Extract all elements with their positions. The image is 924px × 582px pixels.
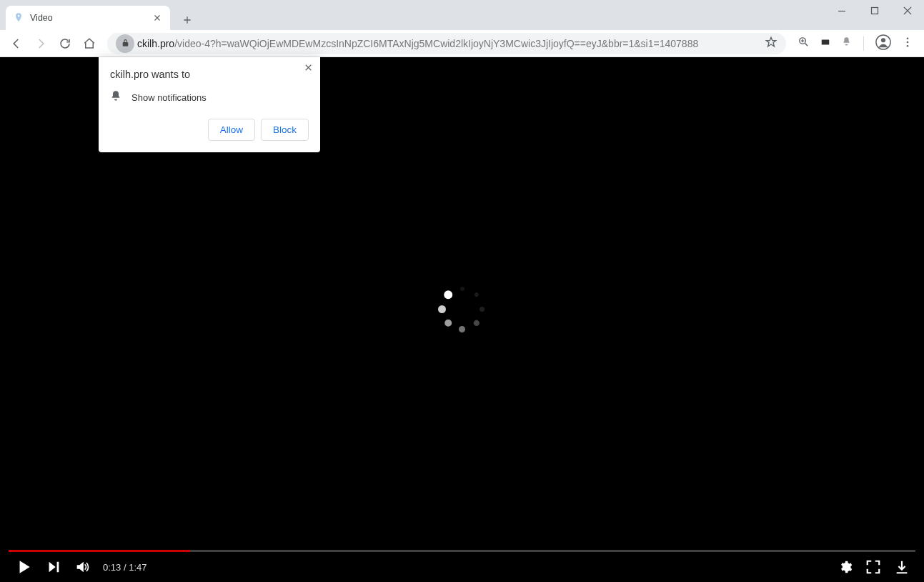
site-info-lock-icon[interactable] (116, 34, 134, 53)
extension-icon-1[interactable] (820, 37, 831, 50)
profile-avatar-icon[interactable] (875, 34, 891, 53)
allow-button[interactable]: Allow (208, 119, 255, 141)
tab-favicon-icon (13, 12, 24, 24)
play-button[interactable] (14, 558, 33, 576)
extension-area (793, 34, 918, 53)
block-button[interactable]: Block (261, 119, 309, 141)
browser-tab[interactable]: Video (6, 6, 170, 30)
bookmark-star-icon[interactable] (765, 36, 778, 51)
svg-rect-1 (872, 8, 878, 14)
permission-title: ckilh.pro wants to (110, 69, 309, 80)
duration-time: 1:47 (129, 562, 146, 573)
video-controls: 0:13 / 1:47 (9, 550, 915, 582)
svg-rect-3 (822, 39, 830, 44)
page-content: ckilh.pro wants to Show notifications Al… (0, 57, 924, 582)
home-button[interactable] (79, 33, 100, 54)
svg-point-7 (907, 41, 909, 43)
svg-point-8 (907, 44, 909, 46)
time-display: 0:13 / 1:47 (103, 562, 146, 573)
browser-menu-icon[interactable] (901, 36, 914, 51)
progress-played (9, 550, 190, 552)
back-button[interactable] (6, 33, 27, 54)
permission-actions: Allow Block (110, 119, 309, 141)
url-origin: ckilh.pro (137, 38, 174, 49)
progress-bar[interactable] (9, 550, 915, 552)
tab-title: Video (30, 13, 146, 23)
forward-button[interactable] (30, 33, 51, 54)
download-button[interactable] (894, 559, 910, 575)
notification-permission-dialog: ckilh.pro wants to Show notifications Al… (99, 57, 320, 152)
loading-spinner-icon (437, 284, 487, 334)
browser-toolbar: ckilh.pro/video-4?h=waWQiOjEwMDEwMzcsInN… (0, 30, 924, 57)
svg-rect-0 (838, 11, 845, 11)
minimize-button[interactable] (825, 0, 858, 21)
permission-item-label: Show notifications (131, 92, 207, 103)
tab-strip: Video (0, 0, 924, 30)
fullscreen-button[interactable] (865, 559, 881, 575)
next-button[interactable] (46, 559, 61, 575)
close-tab-icon[interactable] (151, 12, 163, 24)
zoom-icon[interactable] (798, 36, 810, 51)
window-controls (825, 0, 924, 21)
close-window-button[interactable] (891, 0, 924, 21)
url-path: /video-4?h=waWQiOjEwMDEwMzcsInNpZCI6MTAx… (174, 38, 698, 49)
current-time: 0:13 (103, 562, 121, 573)
new-tab-button[interactable] (177, 10, 197, 30)
permission-item: Show notifications (110, 90, 309, 104)
close-dialog-icon[interactable] (304, 63, 313, 74)
address-bar[interactable]: ckilh.pro/video-4?h=waWQiOjEwMDEwMzcsInN… (107, 33, 786, 54)
maximize-button[interactable] (858, 0, 891, 21)
reload-button[interactable] (54, 33, 76, 54)
svg-point-6 (907, 37, 909, 39)
toolbar-separator (863, 36, 864, 51)
svg-point-5 (881, 38, 885, 42)
volume-button[interactable] (74, 559, 90, 575)
url-text: ckilh.pro/video-4?h=waWQiOjEwMDEwMzcsInN… (137, 38, 759, 49)
bell-icon (110, 90, 121, 104)
settings-button[interactable] (838, 560, 853, 574)
extension-icon-2[interactable] (841, 36, 852, 51)
